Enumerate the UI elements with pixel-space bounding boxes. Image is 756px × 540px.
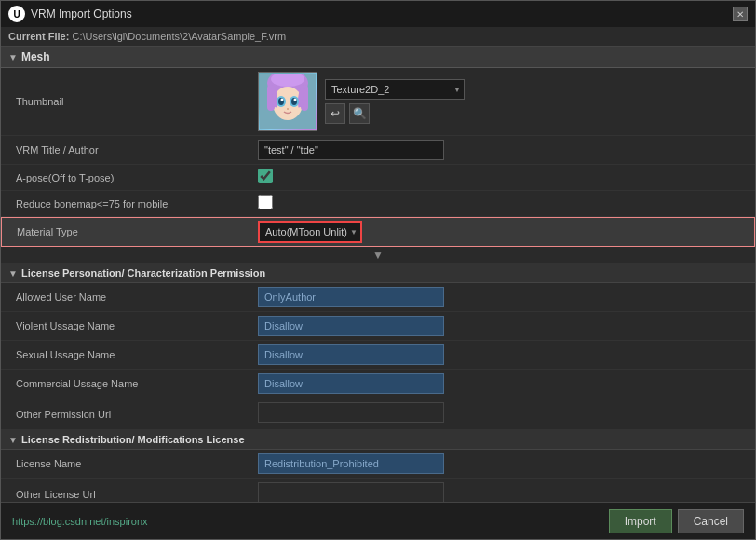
current-file-label: Current File:	[8, 31, 69, 42]
violent-usage-value: Disallow	[258, 316, 740, 336]
reduce-bonemap-row: Reduce bonemap<=75 for mobile	[1, 191, 755, 217]
vrm-title-value	[258, 140, 740, 160]
commercial-usage-value: Disallow	[258, 373, 740, 394]
anime-face-svg	[260, 74, 316, 129]
a-pose-row: A-pose(Off to T-pose)	[1, 165, 755, 191]
commercial-usage-row: Commercial Ussage Name Disallow	[1, 370, 755, 398]
mesh-section-header[interactable]: ▼ Mesh	[1, 47, 755, 68]
thumbnail-label: Thumbnail	[16, 96, 258, 107]
allowed-user-box: OnlyAuthor	[258, 287, 444, 307]
mesh-section-title: Mesh	[21, 50, 50, 63]
material-expand-arrow[interactable]: ▼	[1, 247, 755, 263]
thumbnail-image	[258, 72, 317, 131]
window-title: VRM Import Options	[31, 7, 132, 20]
a-pose-value	[258, 169, 740, 186]
thumbnail-icon-row: ↩ 🔍	[325, 103, 465, 124]
other-license-label: Other License Url	[16, 489, 258, 500]
vrm-title-input[interactable]	[258, 140, 444, 160]
violent-usage-box: Disallow	[258, 316, 444, 336]
svg-point-10	[294, 99, 297, 101]
license-name-value: Redistribution_Prohibited	[258, 453, 740, 474]
license-redistribution-arrow: ▼	[8, 435, 18, 445]
license-redistribution-header[interactable]: ▼ License Redistribution/ Modifications …	[1, 430, 755, 450]
a-pose-label: A-pose(Off to T-pose)	[16, 172, 258, 183]
texture-dropdown-wrapper: Texture2D_2	[325, 79, 465, 100]
commercial-usage-label: Commercial Ussage Name	[16, 378, 258, 389]
license-name-label: License Name	[16, 458, 258, 469]
other-permission-label: Other Permission Url	[16, 409, 258, 420]
title-bar: U VRM Import Options ✕	[1, 1, 755, 27]
license-personation-arrow: ▼	[8, 268, 18, 278]
browse-icon[interactable]: 🔍	[349, 103, 370, 124]
texture-select-area: Texture2D_2 ↩ 🔍	[325, 79, 465, 124]
current-file-path: C:\Users\lgl\Documents\2\AvatarSample_F.…	[72, 31, 286, 42]
ue-logo: U	[8, 6, 25, 22]
license-name-row: License Name Redistribution_Prohibited	[1, 450, 755, 479]
import-button[interactable]: Import	[609, 509, 672, 533]
current-file-bar: Current File: C:\Users\lgl\Documents\2\A…	[1, 27, 755, 47]
footer-bar: https://blog.csdn.net/inspironx Import C…	[1, 502, 755, 539]
close-button[interactable]: ✕	[733, 7, 748, 21]
commercial-usage-box: Disallow	[258, 373, 444, 394]
sexual-usage-row: Sexual Ussage Name Disallow	[1, 341, 755, 370]
allowed-user-row: Allowed User Name OnlyAuthor	[1, 283, 755, 312]
sexual-usage-value: Disallow	[258, 344, 740, 365]
license-name-box: Redistribution_Prohibited	[258, 453, 444, 474]
footer-buttons: Import Cancel	[609, 509, 744, 533]
thumbnail-row: Thumbnail	[1, 68, 755, 136]
material-type-row: Material Type Auto(MToon Unlit) MToon Un…	[1, 217, 755, 247]
cancel-button[interactable]: Cancel	[678, 509, 744, 533]
reduce-bonemap-value	[258, 195, 740, 212]
violent-usage-label: Violent Ussage Name	[16, 320, 258, 331]
allowed-user-value: OnlyAuthor	[258, 287, 740, 307]
material-type-dropdown[interactable]: Auto(MToon Unlit) MToon UnlitTexture PBR	[259, 222, 361, 242]
other-license-box	[258, 482, 444, 502]
vrm-title-label: VRM Title / Author	[16, 144, 258, 155]
material-type-value: Auto(MToon Unlit) MToon UnlitTexture PBR	[259, 222, 739, 242]
sexual-usage-box: Disallow	[258, 344, 444, 365]
mesh-collapse-arrow: ▼	[8, 52, 18, 62]
other-license-value	[258, 482, 740, 502]
reduce-bonemap-label: Reduce bonemap<=75 for mobile	[16, 198, 258, 209]
main-window: U VRM Import Options ✕ Current File: C:\…	[0, 0, 756, 540]
violent-usage-row: Violent Ussage Name Disallow	[1, 312, 755, 341]
license-personation-title: License Personation/ Characterization Pe…	[21, 267, 265, 278]
other-permission-value	[258, 402, 740, 425]
material-type-label: Material Type	[17, 226, 259, 237]
reset-icon[interactable]: ↩	[325, 103, 345, 124]
license-redistribution-title: License Redistribution/ Modifications Li…	[21, 434, 245, 445]
svg-point-9	[281, 99, 284, 101]
content-area: ▼ Mesh Thumbnail	[1, 47, 755, 502]
allowed-user-label: Allowed User Name	[16, 291, 258, 303]
thumbnail-value: Texture2D_2 ↩ 🔍	[258, 72, 740, 131]
a-pose-checkbox[interactable]	[258, 169, 273, 183]
sexual-usage-label: Sexual Ussage Name	[16, 349, 258, 360]
reduce-bonemap-checkbox[interactable]	[258, 195, 273, 209]
other-permission-row: Other Permission Url	[1, 398, 755, 430]
other-permission-box	[258, 402, 444, 423]
other-license-row: Other License Url	[1, 479, 755, 502]
material-type-dropdown-wrapper: Auto(MToon Unlit) MToon UnlitTexture PBR	[259, 222, 361, 242]
license-personation-header[interactable]: ▼ License Personation/ Characterization …	[1, 263, 755, 283]
title-bar-left: U VRM Import Options	[8, 6, 132, 22]
texture-dropdown[interactable]: Texture2D_2	[325, 79, 465, 100]
svg-point-11	[287, 108, 289, 110]
footer-link[interactable]: https://blog.csdn.net/inspironx	[12, 516, 148, 527]
vrm-title-row: VRM Title / Author	[1, 136, 755, 165]
